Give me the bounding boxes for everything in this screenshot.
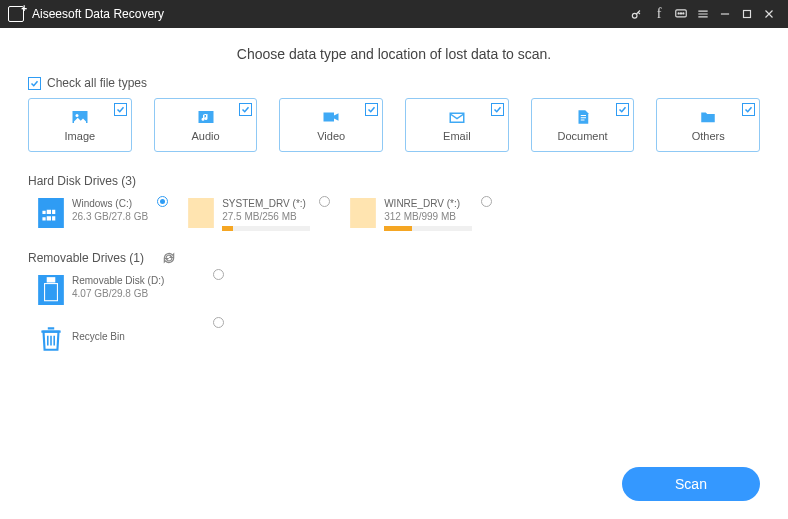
- type-card-video[interactable]: Video: [279, 98, 383, 152]
- removable-section-title: Removable Drives (1): [28, 251, 760, 265]
- drive-size: 4.07 GB/29.8 GB: [72, 288, 164, 299]
- drive-winre-drv[interactable]: WINRE_DRV (*:) 312 MB/999 MB: [350, 198, 472, 231]
- image-icon: [70, 108, 90, 126]
- svg-rect-16: [45, 284, 58, 301]
- facebook-icon[interactable]: f: [648, 3, 670, 25]
- type-card-document[interactable]: Document: [531, 98, 635, 152]
- drive-size: 26.3 GB/27.8 GB: [72, 211, 148, 222]
- check-all-row[interactable]: Check all file types: [28, 76, 760, 90]
- svg-point-2: [678, 13, 679, 14]
- app-title: Aiseesoft Data Recovery: [32, 7, 626, 21]
- volume-icon: [350, 198, 376, 228]
- removable-title-text: Removable Drives (1): [28, 251, 144, 265]
- drive-size: 312 MB/999 MB: [384, 211, 472, 222]
- windows-drive-icon: [38, 198, 64, 228]
- drive-name: Removable Disk (D:): [72, 275, 164, 286]
- usage-bar: [222, 226, 310, 231]
- app-logo-icon: [8, 6, 24, 22]
- drive-size: 27.5 MB/256 MB: [222, 211, 310, 222]
- drive-name: WINRE_DRV (*:): [384, 198, 472, 209]
- folder-icon: [698, 108, 718, 126]
- drive-windows-c[interactable]: Windows (C:) 26.3 GB/27.8 GB: [38, 198, 148, 231]
- feedback-icon[interactable]: [670, 3, 692, 25]
- drive-radio[interactable]: [213, 317, 224, 328]
- hdd-list: Windows (C:) 26.3 GB/27.8 GB SYSTEM_DRV …: [28, 198, 760, 231]
- maximize-button[interactable]: [736, 3, 758, 25]
- menu-icon[interactable]: [692, 3, 714, 25]
- svg-point-4: [683, 13, 684, 14]
- type-label: Document: [557, 130, 607, 142]
- document-icon: [573, 108, 593, 126]
- type-checkbox[interactable]: [491, 103, 504, 116]
- key-icon[interactable]: [626, 3, 648, 25]
- drive-radio[interactable]: [213, 269, 224, 280]
- type-label: Email: [443, 130, 471, 142]
- minimize-button[interactable]: [714, 3, 736, 25]
- svg-rect-12: [188, 198, 214, 228]
- type-card-others[interactable]: Others: [656, 98, 760, 152]
- type-label: Audio: [191, 130, 219, 142]
- svg-rect-9: [324, 113, 335, 122]
- type-card-image[interactable]: Image: [28, 98, 132, 152]
- drive-radio[interactable]: [157, 196, 168, 207]
- usage-bar: [384, 226, 472, 231]
- video-icon: [321, 108, 341, 126]
- check-all-checkbox[interactable]: [28, 77, 41, 90]
- type-card-audio[interactable]: Audio: [154, 98, 258, 152]
- check-all-label: Check all file types: [47, 76, 147, 90]
- audio-icon: [196, 108, 216, 126]
- type-label: Others: [692, 130, 725, 142]
- type-checkbox[interactable]: [365, 103, 378, 116]
- type-label: Image: [65, 130, 96, 142]
- file-type-row: Image Audio Video Email Document Others: [28, 98, 760, 152]
- recycle-bin-label: Recycle Bin: [72, 331, 125, 342]
- svg-point-3: [680, 13, 681, 14]
- drive-removable-d[interactable]: Removable Disk (D:) 4.07 GB/29.8 GB: [38, 275, 238, 305]
- refresh-icon[interactable]: [162, 251, 176, 265]
- scan-button[interactable]: Scan: [622, 467, 760, 501]
- drive-radio[interactable]: [481, 196, 492, 207]
- volume-icon: [188, 198, 214, 228]
- svg-point-7: [75, 114, 78, 117]
- recycle-bin-icon: [38, 323, 64, 353]
- type-checkbox[interactable]: [742, 103, 755, 116]
- svg-point-0: [632, 13, 637, 18]
- svg-rect-15: [47, 277, 56, 282]
- usb-drive-icon: [38, 275, 64, 305]
- type-checkbox[interactable]: [239, 103, 252, 116]
- email-icon: [447, 108, 467, 126]
- drive-radio[interactable]: [319, 196, 330, 207]
- page-heading: Choose data type and location of lost da…: [28, 46, 760, 62]
- svg-rect-5: [744, 11, 751, 18]
- svg-rect-13: [350, 198, 376, 228]
- type-checkbox[interactable]: [616, 103, 629, 116]
- drive-name: Windows (C:): [72, 198, 148, 209]
- recycle-bin-item[interactable]: Recycle Bin: [38, 323, 238, 353]
- drive-system-drv[interactable]: SYSTEM_DRV (*:) 27.5 MB/256 MB: [188, 198, 310, 231]
- drive-name: SYSTEM_DRV (*:): [222, 198, 310, 209]
- hdd-section-title: Hard Disk Drives (3): [28, 174, 760, 188]
- type-label: Video: [317, 130, 345, 142]
- type-checkbox[interactable]: [114, 103, 127, 116]
- main-content: Choose data type and location of lost da…: [0, 28, 788, 353]
- close-button[interactable]: [758, 3, 780, 25]
- type-card-email[interactable]: Email: [405, 98, 509, 152]
- titlebar: Aiseesoft Data Recovery f: [0, 0, 788, 28]
